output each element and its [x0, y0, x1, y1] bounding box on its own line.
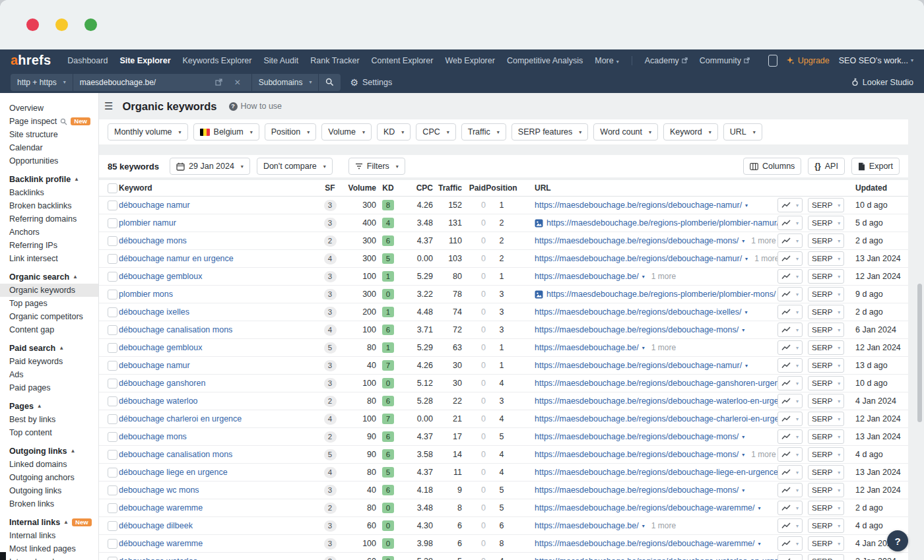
keyword-link[interactable]: debouchage wc mons	[119, 485, 199, 495]
sidebar-item-link-intersect[interactable]: Link intersect	[0, 252, 98, 265]
sidebar-item-page-inspect[interactable]: Page inspectNew	[0, 115, 98, 128]
serp-button[interactable]: SERP▾	[808, 536, 844, 551]
filters-button[interactable]: Filters▾	[348, 158, 405, 175]
keyword-link[interactable]: débouchage charleroi en urgence	[119, 414, 242, 423]
keyword-link[interactable]: débouchage ganshoren	[119, 379, 205, 388]
filter-kd[interactable]: KD▾	[377, 123, 411, 140]
filter-keyword[interactable]: Keyword▾	[663, 123, 718, 140]
url-link[interactable]: https://maesdebouchage.be/regions/debouc…	[535, 201, 742, 210]
url-link[interactable]: https://maesdebouchage.be/	[535, 272, 639, 281]
account-menu[interactable]: SEO SEO's work...▾	[839, 56, 913, 65]
serp-features-count[interactable]: 3	[324, 378, 337, 389]
url-link[interactable]: https://maesdebouchage.be/regions/debouc…	[535, 539, 755, 548]
filter-position[interactable]: Position▾	[265, 123, 317, 140]
chevron-down-icon[interactable]: ▾	[745, 363, 748, 369]
serp-button[interactable]: SERP▾	[808, 501, 844, 515]
sidebar-section-organic-search[interactable]: Organic search▲	[0, 265, 98, 284]
serp-button[interactable]: SERP▾	[808, 305, 844, 319]
row-checkbox[interactable]	[108, 236, 117, 246]
keyword-link[interactable]: debouchage waterloo	[119, 557, 198, 560]
sidebar-item-broken-links[interactable]: Broken links	[0, 497, 98, 511]
sidebar-item-referring-ips[interactable]: Referring IPs	[0, 239, 98, 252]
columns-button[interactable]: Columns	[743, 158, 801, 175]
more-urls-link[interactable]: 1 more	[751, 236, 776, 245]
filter-belgium[interactable]: Belgium▾	[193, 123, 259, 140]
serp-features-count[interactable]: 3	[324, 271, 337, 282]
chevron-down-icon[interactable]: ▾	[642, 345, 645, 351]
chevron-down-icon[interactable]: ▾	[642, 523, 645, 529]
serp-button[interactable]: SERP▾	[808, 251, 844, 266]
more-urls-link[interactable]: 1 more	[651, 521, 676, 530]
serp-button[interactable]: SERP▾	[808, 269, 844, 284]
keyword-link[interactable]: plombier mons	[119, 290, 173, 299]
row-checkbox[interactable]	[108, 290, 117, 299]
nav-item-content-explorer[interactable]: Content Explorer	[372, 56, 434, 65]
sidebar-item-most-linked-pages[interactable]: Most linked pages	[0, 542, 98, 555]
sidebar-item-calendar[interactable]: Calendar	[0, 141, 98, 154]
serp-features-count[interactable]: 2	[324, 396, 337, 407]
chevron-down-icon[interactable]: ▾	[742, 327, 744, 333]
serp-features-count[interactable]: 3	[324, 307, 337, 318]
api-button[interactable]: {}API	[808, 158, 845, 175]
row-checkbox[interactable]	[108, 361, 117, 371]
sidebar-item-linked-domains[interactable]: Linked domains	[0, 458, 98, 471]
row-checkbox[interactable]	[108, 432, 117, 442]
row-checkbox[interactable]	[108, 503, 117, 513]
position-history-button[interactable]: ▾	[777, 216, 803, 230]
sidebar-item-outgoing-anchors[interactable]: Outgoing anchors	[0, 471, 98, 484]
sidebar-section-internal-links[interactable]: Internal links▲New	[0, 511, 98, 529]
row-checkbox[interactable]	[108, 539, 117, 549]
col-header-paid[interactable]: Paid	[462, 183, 486, 193]
compare-select[interactable]: Don't compare▾	[257, 158, 333, 175]
serp-features-count[interactable]: 2	[324, 503, 337, 514]
sidebar-item-outgoing-links[interactable]: Outgoing links	[0, 484, 98, 497]
filter-cpc[interactable]: CPC▾	[416, 123, 455, 140]
settings-button[interactable]: ⚙Settings	[350, 77, 392, 88]
sidebar-item-ads[interactable]: Ads	[0, 368, 98, 381]
keyword-link[interactable]: débouchage mons	[119, 236, 187, 245]
nav-item-dashboard[interactable]: Dashboard	[67, 56, 108, 65]
chevron-down-icon[interactable]: ▾	[745, 202, 748, 208]
serp-button[interactable]: SERP▾	[808, 554, 844, 560]
position-history-button[interactable]: ▾	[777, 340, 803, 355]
position-history-button[interactable]: ▾	[777, 554, 803, 560]
url-link[interactable]: https://maesdebouchage.be/	[535, 521, 639, 530]
row-checkbox[interactable]	[108, 254, 117, 264]
serp-features-count[interactable]: 3	[324, 360, 337, 371]
row-checkbox[interactable]	[108, 450, 117, 460]
sidebar-item-organic-competitors[interactable]: Organic competitors	[0, 310, 98, 323]
position-history-button[interactable]: ▾	[777, 536, 803, 551]
row-checkbox[interactable]	[108, 343, 117, 353]
more-urls-link[interactable]: 1 more	[651, 343, 676, 352]
chevron-down-icon[interactable]: ▾	[758, 541, 761, 547]
row-checkbox[interactable]	[108, 379, 117, 389]
serp-button[interactable]: SERP▾	[808, 465, 844, 480]
position-history-button[interactable]: ▾	[777, 483, 803, 497]
export-button[interactable]: Export	[851, 158, 900, 175]
more-urls-link[interactable]: 1 more	[754, 254, 777, 263]
serp-button[interactable]: SERP▾	[808, 518, 844, 533]
target-input[interactable]: maesdebouchage.be/ ✕	[73, 74, 251, 91]
chevron-down-icon[interactable]: ▾	[642, 274, 645, 280]
protocol-select[interactable]: http + https▾	[11, 74, 73, 91]
row-checkbox[interactable]	[108, 557, 117, 560]
row-checkbox[interactable]	[108, 218, 117, 228]
url-link[interactable]: https://maesdebouchage.be/regions/debouc…	[535, 236, 739, 245]
upgrade-button[interactable]: Upgrade	[787, 56, 830, 65]
col-header-updated[interactable]: Updated	[847, 183, 908, 193]
sidebar-item-internal-anchors[interactable]: Internal anchors	[0, 555, 98, 560]
serp-button[interactable]: SERP▾	[808, 412, 844, 426]
serp-button[interactable]: SERP▾	[808, 358, 844, 373]
filter-serp-features[interactable]: SERP features▾	[512, 123, 588, 140]
serp-features-count[interactable]: 3	[324, 520, 337, 532]
chevron-down-icon[interactable]: ▾	[742, 487, 744, 493]
serp-button[interactable]: SERP▾	[808, 287, 844, 301]
serp-features-count[interactable]: 2	[324, 235, 337, 247]
row-checkbox[interactable]	[108, 485, 117, 495]
row-checkbox[interactable]	[108, 521, 117, 531]
url-link[interactable]: https://maesdebouchage.be/regions/debouc…	[535, 485, 739, 495]
keyword-link[interactable]: debouchage canalisation mons	[119, 450, 232, 459]
url-link[interactable]: https://maesdebouchage.be/regions/debouc…	[535, 396, 777, 406]
serp-features-count[interactable]: 5	[324, 449, 337, 460]
url-link[interactable]: https://maesdebouchage.be/regions/debouc…	[535, 254, 742, 263]
